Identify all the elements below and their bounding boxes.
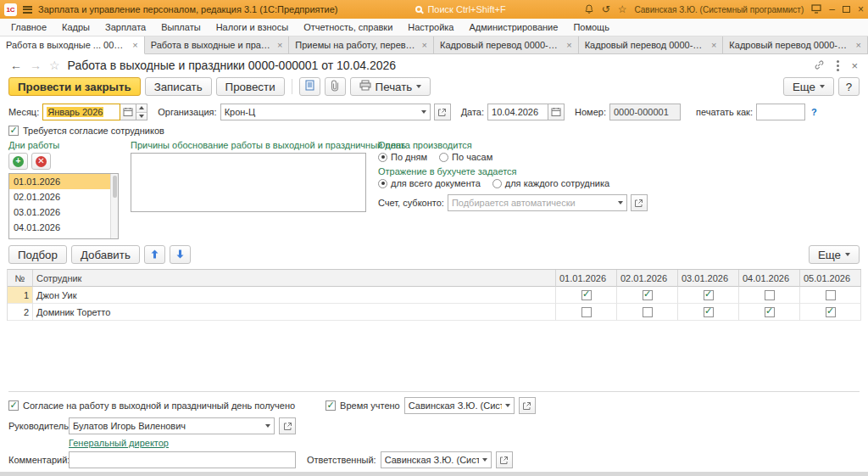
post-and-close-button[interactable]: Провести и закрыть	[8, 77, 141, 96]
menu-item-hr[interactable]: Кадры	[54, 19, 97, 36]
day-checkbox[interactable]	[765, 290, 775, 300]
menu-item-main[interactable]: Главное	[3, 19, 54, 36]
tab-close-icon[interactable]: ×	[566, 40, 571, 50]
time-recorded-field[interactable]: Савинская З.Ю. (Систем	[404, 397, 515, 414]
minimize-button[interactable]: –	[829, 4, 835, 14]
col-employee[interactable]: Сотрудник	[33, 270, 556, 287]
forward-button[interactable]: →	[30, 59, 42, 71]
day-check-cell[interactable]	[556, 304, 617, 321]
work-days-scrollbar[interactable]	[110, 174, 118, 238]
organization-field[interactable]: Крон-Ц	[220, 104, 431, 120]
tab-work-holidays-list[interactable]: Работа в выходные и праздники ... ×	[145, 36, 290, 53]
account-field[interactable]: Подбирается автоматически	[448, 194, 627, 211]
back-button[interactable]: ←	[10, 59, 22, 71]
day-check-cell[interactable]	[800, 304, 861, 321]
col-date-4[interactable]: 04.01.2026	[739, 270, 800, 287]
day-check-cell[interactable]	[556, 287, 617, 304]
day-check-cell[interactable]	[739, 287, 800, 304]
more-button[interactable]: Еще	[783, 77, 834, 96]
add-day-button[interactable]: +	[8, 153, 28, 170]
tab-close-icon[interactable]: ×	[422, 40, 427, 50]
consent-required-checkbox[interactable]	[8, 126, 19, 136]
chevron-down-icon[interactable]	[502, 404, 510, 407]
row-number-cell[interactable]: 2	[8, 304, 33, 321]
organization-open-button[interactable]	[434, 104, 451, 120]
tab-close-icon[interactable]: ×	[132, 40, 137, 50]
number-field[interactable]: 0000-000001	[609, 104, 681, 120]
menu-item-taxes[interactable]: Налоги и взносы	[209, 19, 297, 36]
tab-close-icon[interactable]: ×	[856, 40, 861, 50]
table-more-button[interactable]: Еще	[809, 245, 860, 264]
table-row[interactable]: 2 Доминик Торетто	[8, 304, 861, 321]
favorite-star-icon[interactable]: ☆	[49, 59, 60, 71]
chevron-down-icon[interactable]	[418, 110, 426, 114]
col-date-5[interactable]: 05.01.2026	[800, 270, 861, 287]
work-day-item[interactable]: 02.01.2026	[9, 189, 110, 204]
col-date-2[interactable]: 02.01.2026	[617, 270, 678, 287]
tab-work-holidays-current[interactable]: Работа в выходные ... 0000-00001 ×	[0, 36, 145, 54]
employee-cell[interactable]: Джон Уик	[33, 287, 556, 304]
day-check-cell[interactable]	[617, 287, 678, 304]
radio-by-hours[interactable]: По часам	[439, 152, 492, 162]
print-as-help-link[interactable]: ?	[809, 107, 820, 117]
responsible-open-button[interactable]	[496, 451, 513, 468]
day-checkbox[interactable]	[581, 290, 592, 300]
radio-by-days[interactable]: По дням	[378, 152, 427, 162]
table-row[interactable]: 1 Джон Уик	[8, 287, 861, 304]
account-open-button[interactable]	[631, 194, 648, 211]
menu-item-salary[interactable]: Зарплата	[97, 19, 153, 36]
get-link-icon[interactable]	[814, 59, 825, 72]
chevron-down-icon[interactable]	[479, 458, 487, 462]
date-field[interactable]: 10.04.2026	[487, 104, 548, 120]
menu-item-payments[interactable]: Выплаты	[153, 19, 208, 36]
move-down-button[interactable]	[170, 245, 191, 264]
print-as-field[interactable]	[756, 104, 805, 120]
1c-logo-icon[interactable]: 1С	[4, 3, 17, 16]
day-checkbox[interactable]	[826, 307, 836, 317]
menu-item-settings[interactable]: Настройка	[400, 19, 461, 36]
move-up-button[interactable]	[144, 245, 165, 264]
tab-personnel-transfer-3[interactable]: Кадровый перевод 0000-000001 ... ×	[723, 36, 868, 53]
calendar-icon[interactable]	[548, 104, 565, 120]
manager-field[interactable]: Булатов Игорь Виленович	[69, 417, 275, 434]
tab-personnel-transfer-2[interactable]: Кадровый перевод 0000-000001 ... ×	[579, 36, 724, 53]
tab-hires-transfers[interactable]: Приемы на работу, переводы, у... ×	[289, 36, 434, 53]
hamburger-menu-icon[interactable]	[23, 6, 32, 14]
day-checkbox[interactable]	[643, 290, 653, 300]
notifications-bell-icon[interactable]	[584, 3, 594, 16]
day-check-cell[interactable]	[739, 304, 800, 321]
col-date-1[interactable]: 01.01.2026	[556, 270, 617, 287]
responsible-field[interactable]: Савинская З.Ю. (Систем	[381, 451, 492, 468]
work-day-item[interactable]: 04.01.2026	[9, 220, 110, 235]
register-records-button[interactable]	[299, 77, 320, 96]
help-button[interactable]: ?	[838, 77, 860, 96]
col-num[interactable]: №	[8, 270, 33, 287]
save-button[interactable]: Записать	[145, 77, 212, 96]
radio-whole-document[interactable]: для всего документа	[378, 178, 481, 188]
add-row-button[interactable]: Добавить	[71, 245, 140, 264]
attachments-button[interactable]	[325, 77, 346, 96]
close-window-button[interactable]: ×	[858, 4, 864, 14]
current-user[interactable]: Савинская З.Ю. (Системный программист)	[634, 5, 804, 14]
month-stepper[interactable]	[136, 104, 147, 120]
chevron-down-icon[interactable]	[262, 424, 270, 428]
history-icon[interactable]: ↺	[602, 4, 610, 14]
manager-position-link[interactable]: Генеральный директор	[69, 438, 169, 448]
more-actions-icon[interactable]	[837, 64, 839, 67]
remove-day-button[interactable]: ✕	[31, 153, 51, 170]
day-checkbox[interactable]	[704, 307, 714, 317]
day-checkbox[interactable]	[765, 307, 775, 317]
tab-close-icon[interactable]: ×	[711, 40, 716, 50]
day-check-cell[interactable]	[678, 304, 739, 321]
time-recorded-checkbox[interactable]	[326, 400, 336, 411]
day-checkbox[interactable]	[704, 290, 714, 300]
day-checkbox[interactable]	[581, 307, 592, 317]
agreement-received-checkbox[interactable]	[8, 400, 19, 411]
manager-open-button[interactable]	[279, 417, 296, 434]
close-document-button[interactable]: ×	[851, 59, 858, 72]
tab-personnel-transfer-1[interactable]: Кадровый перевод 0000-000001 ... ×	[434, 36, 579, 53]
day-checkbox[interactable]	[826, 290, 836, 300]
work-day-item[interactable]: 01.01.2026	[9, 174, 110, 189]
day-check-cell[interactable]	[617, 304, 678, 321]
radio-per-employee[interactable]: для каждого сотрудника	[492, 178, 609, 188]
